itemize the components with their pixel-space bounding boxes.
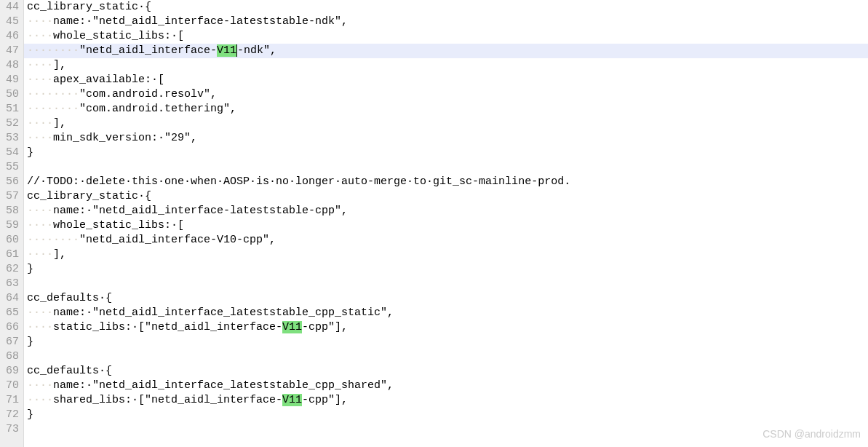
code-line[interactable]: ········"com.android.resolv", [24, 87, 868, 102]
line-number: 58 [3, 204, 19, 218]
code-line[interactable]: ····], [24, 58, 868, 73]
code-text: { [105, 292, 112, 304]
code-editor: 4445464748495051525354555657585960616263… [0, 0, 868, 447]
code-line[interactable] [24, 349, 868, 364]
line-number: 51 [3, 102, 19, 116]
indent-guides: ········ [27, 103, 79, 115]
indent-guides: ···· [27, 205, 53, 217]
code-text: cc_library_static· [27, 190, 145, 202]
code-line[interactable] [24, 422, 868, 437]
code-text: whole_static_libs:·[ [53, 219, 184, 232]
code-text: -cpp"], [302, 321, 348, 333]
watermark-text: CSDN @androidzmm [763, 428, 861, 440]
code-line[interactable]: ····name:·"netd_aidl_interface-lateststa… [24, 15, 868, 29]
code-text: "com.android.resolv", [79, 88, 217, 100]
code-line[interactable]: ····shared_libs:·["netd_aidl_interface-V… [24, 393, 868, 408]
code-text: ], [53, 248, 66, 261]
code-line[interactable]: } [24, 408, 868, 422]
indent-guides: ···· [27, 132, 53, 144]
code-line[interactable]: cc_library_static·{ [24, 0, 868, 15]
indent-guides: ···· [27, 306, 53, 319]
code-line[interactable]: } [24, 335, 868, 349]
code-text: name:·"netd_aidl_interface_lateststable_… [53, 306, 394, 319]
line-number: 72 [3, 408, 19, 422]
line-number: 48 [3, 58, 19, 73]
code-line[interactable]: } [24, 262, 868, 277]
line-number: 61 [3, 248, 19, 262]
indent-guides: ········ [27, 234, 79, 246]
line-number: 46 [3, 29, 19, 44]
code-line[interactable]: ····static_libs:·["netd_aidl_interface-V… [24, 320, 868, 335]
code-text: cc_defaults· [27, 292, 105, 304]
code-text: shared_libs:·["netd_aidl_interface- [53, 394, 282, 406]
indent-guides: ···· [27, 394, 53, 406]
line-number: 55 [3, 160, 19, 175]
code-line[interactable]: } [24, 146, 868, 160]
line-number: 67 [3, 335, 19, 349]
code-text: name:·"netd_aidl_interface-lateststable-… [53, 205, 348, 217]
code-line[interactable]: cc_defaults·{ [24, 364, 868, 379]
line-number: 49 [3, 73, 19, 87]
code-line[interactable]: ····name:·"netd_aidl_interface_lateststa… [24, 379, 868, 393]
indent-guides: ···· [27, 15, 53, 28]
search-match: V11 [217, 44, 237, 57]
code-text: min_sdk_version:·"29", [53, 132, 197, 144]
line-number: 62 [3, 262, 19, 277]
code-line[interactable]: cc_defaults·{ [24, 291, 868, 306]
code-line[interactable] [24, 160, 868, 175]
indent-guides: ···· [27, 248, 53, 261]
code-text: } [27, 263, 33, 275]
indent-guides: ···· [27, 379, 53, 392]
indent-guides: ···· [27, 30, 53, 42]
code-text: name:·"netd_aidl_interface_lateststable_… [53, 379, 394, 392]
indent-guides: ········ [27, 88, 79, 100]
code-line[interactable] [24, 277, 868, 291]
code-text: { [145, 1, 151, 13]
code-line[interactable]: //·TODO:·delete·this·one·when·AOSP·is·no… [24, 175, 868, 189]
code-text: } [27, 336, 33, 348]
line-number: 52 [3, 116, 19, 131]
line-number: 54 [3, 146, 19, 160]
line-number: 44 [3, 0, 19, 15]
line-number: 53 [3, 131, 19, 146]
indent-guides: ···· [27, 321, 53, 333]
code-line[interactable]: ········"netd_aidl_interface-V11-ndk", [24, 44, 868, 58]
line-number: 45 [3, 15, 19, 29]
line-number: 69 [3, 364, 19, 379]
indent-guides: ········ [27, 44, 79, 57]
search-match: V11 [282, 321, 302, 333]
code-line[interactable]: ····], [24, 116, 868, 131]
indent-guides: ···· [27, 74, 53, 86]
code-line[interactable]: ········"netd_aidl_interface-V10-cpp", [24, 233, 868, 248]
code-text: -ndk", [237, 44, 276, 57]
code-line[interactable]: ····whole_static_libs:·[ [24, 218, 868, 233]
code-text: { [145, 190, 151, 202]
code-text: { [105, 365, 112, 377]
code-line[interactable]: ········"com.android.tethering", [24, 102, 868, 116]
code-line[interactable]: ····apex_available:·[ [24, 73, 868, 87]
code-area[interactable]: cc_library_static·{····name:·"netd_aidl_… [24, 0, 868, 447]
code-line[interactable]: ····min_sdk_version:·"29", [24, 131, 868, 146]
line-number: 47 [3, 44, 19, 58]
indent-guides: ···· [27, 117, 53, 130]
code-line[interactable]: ····whole_static_libs:·[ [24, 29, 868, 44]
line-number: 73 [3, 422, 19, 437]
code-line[interactable]: cc_library_static·{ [24, 189, 868, 204]
code-text: "netd_aidl_interface-V10-cpp", [79, 234, 276, 246]
code-text: "netd_aidl_interface- [79, 44, 217, 57]
line-number: 65 [3, 306, 19, 320]
indent-guides: ···· [27, 219, 53, 232]
code-text: ], [53, 59, 66, 71]
code-text: //·TODO:·delete·this·one·when·AOSP·is·no… [27, 175, 570, 188]
line-number: 57 [3, 189, 19, 204]
code-line[interactable]: ····name:·"netd_aidl_interface_lateststa… [24, 306, 868, 320]
code-line[interactable]: ····name:·"netd_aidl_interface-lateststa… [24, 204, 868, 218]
line-number: 70 [3, 379, 19, 393]
line-number: 59 [3, 218, 19, 233]
line-number-gutter: 4445464748495051525354555657585960616263… [0, 0, 24, 447]
code-text: cc_library_static· [27, 1, 145, 13]
code-line[interactable]: ····], [24, 248, 868, 262]
code-text: } [27, 146, 33, 159]
code-text: "com.android.tethering", [79, 103, 236, 115]
line-number: 50 [3, 87, 19, 102]
